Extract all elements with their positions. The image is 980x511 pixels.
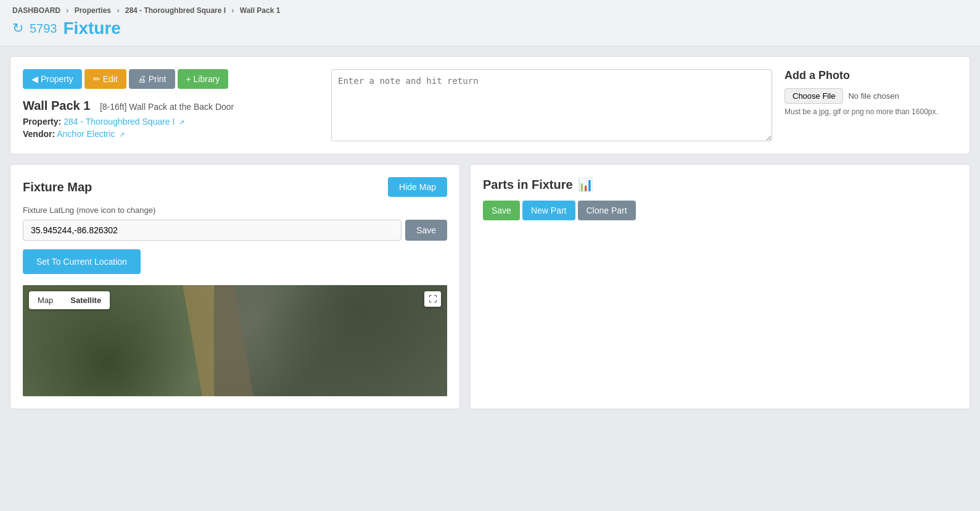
note-section bbox=[331, 69, 772, 141]
main-content: ◀ Property ✏ Edit 🖨 Print + Library Wall… bbox=[0, 46, 980, 419]
property-ext-icon[interactable]: ↗ bbox=[179, 118, 184, 126]
choose-file-button[interactable]: Choose File bbox=[784, 88, 843, 104]
latlng-input[interactable] bbox=[23, 220, 401, 241]
parts-title-row: Parts in Fixture 📊 bbox=[483, 177, 957, 192]
map-card: Fixture Map Hide Map Fixture LatLng (mov… bbox=[10, 164, 460, 409]
fixture-name: Wall Pack 1 bbox=[23, 99, 90, 112]
photo-title: Add a Photo bbox=[784, 69, 957, 82]
page-title: Fixture bbox=[64, 19, 121, 38]
library-button[interactable]: + Library bbox=[178, 69, 229, 89]
property-button[interactable]: ◀ Property bbox=[23, 69, 82, 89]
map-card-header: Fixture Map Hide Map bbox=[23, 177, 447, 197]
map-toggle-satellite[interactable]: Satellite bbox=[62, 291, 110, 309]
top-header: DASHBOARD › Properties › 284 - Thoroughb… bbox=[0, 0, 980, 46]
vendor-ext-icon[interactable]: ↗ bbox=[119, 131, 125, 138]
new-part-button[interactable]: New Part bbox=[522, 201, 575, 220]
parts-save-button[interactable]: Save bbox=[483, 201, 520, 220]
latlng-row: Save bbox=[23, 220, 447, 241]
expand-icon: ⛶ bbox=[429, 294, 437, 304]
chart-icon: 📊 bbox=[578, 177, 593, 192]
breadcrumb-sep-1: › bbox=[66, 6, 68, 15]
print-button[interactable]: 🖨 Print bbox=[129, 69, 175, 89]
vendor-link[interactable]: Anchor Electric bbox=[57, 129, 115, 139]
parts-card: Parts in Fixture 📊 Save New Part Clone P… bbox=[470, 164, 970, 409]
parts-title: Parts in Fixture bbox=[483, 178, 573, 192]
action-buttons: ◀ Property ✏ Edit 🖨 Print + Library bbox=[23, 69, 319, 89]
map-expand-button[interactable]: ⛶ bbox=[424, 291, 441, 307]
top-card: ◀ Property ✏ Edit 🖨 Print + Library Wall… bbox=[10, 56, 970, 154]
fixture-vendor-meta: Vendor: Anchor Electric ↗ bbox=[23, 129, 319, 139]
top-card-left: ◀ Property ✏ Edit 🖨 Print + Library Wall… bbox=[23, 69, 319, 141]
latlng-label: Fixture LatLng (move icon to change) bbox=[23, 206, 447, 215]
map-container: Map Satellite ⛶ bbox=[23, 285, 447, 396]
bottom-row: Fixture Map Hide Map Fixture LatLng (mov… bbox=[10, 164, 970, 409]
fixture-subtitle: [8-16ft] Wall Pack at the Back Door bbox=[100, 102, 234, 112]
breadcrumb-sep-3: › bbox=[231, 6, 234, 15]
photo-section: Add a Photo Choose File No file chosen M… bbox=[784, 69, 957, 141]
breadcrumb-properties[interactable]: Properties bbox=[75, 6, 111, 15]
breadcrumb-dashboard[interactable]: DASHBOARD bbox=[12, 6, 60, 15]
property-link[interactable]: 284 - Thoroughbred Square I bbox=[64, 117, 175, 127]
property-label: Property: bbox=[23, 117, 61, 127]
fixture-title: Wall Pack 1 [8-16ft] Wall Pack at the Ba… bbox=[23, 99, 319, 113]
note-textarea[interactable] bbox=[331, 69, 772, 141]
photo-hint: Must be a jpg, gif or png no more than 1… bbox=[784, 107, 957, 116]
edit-button[interactable]: ✏ Edit bbox=[84, 69, 126, 89]
refresh-icon[interactable]: ↻ bbox=[12, 20, 23, 36]
parts-buttons: Save New Part Clone Part bbox=[483, 201, 957, 220]
hide-map-button[interactable]: Hide Map bbox=[388, 177, 447, 197]
breadcrumb-sep-2: › bbox=[117, 6, 119, 15]
breadcrumb: DASHBOARD › Properties › 284 - Thoroughb… bbox=[12, 6, 968, 15]
no-file-text: No file chosen bbox=[848, 91, 899, 101]
breadcrumb-property[interactable]: 284 - Thoroughbred Square I bbox=[125, 6, 226, 15]
vendor-label: Vendor: bbox=[23, 129, 55, 139]
fixture-property-meta: Property: 284 - Thoroughbred Square I ↗ bbox=[23, 117, 319, 127]
page-id: 5793 bbox=[30, 22, 57, 36]
clone-part-button[interactable]: Clone Part bbox=[578, 201, 636, 220]
save-latlng-button[interactable]: Save bbox=[405, 220, 447, 241]
breadcrumb-fixture[interactable]: Wall Pack 1 bbox=[240, 6, 281, 15]
map-toggle-map[interactable]: Map bbox=[29, 291, 62, 309]
map-card-title: Fixture Map bbox=[23, 180, 92, 194]
set-location-button[interactable]: Set To Current Location bbox=[23, 249, 141, 274]
file-input-row: Choose File No file chosen bbox=[784, 88, 957, 104]
map-toggle: Map Satellite bbox=[29, 291, 110, 309]
